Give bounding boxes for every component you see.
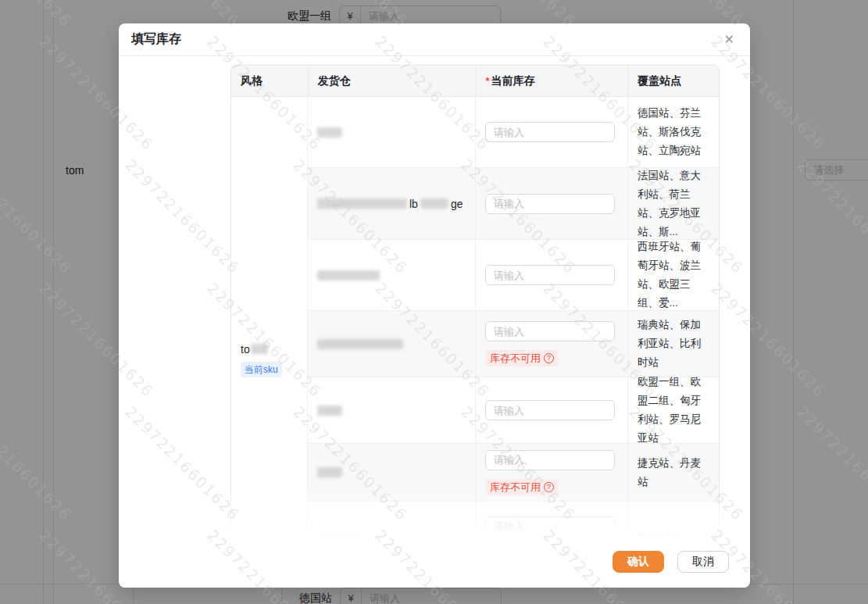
stock-unavailable-badge: 库存不可用? — [485, 479, 559, 495]
column-header-label: 覆盖站点 — [638, 74, 681, 88]
current-stock-cell — [476, 97, 628, 167]
current-stock-cell: 库存不可用? — [476, 311, 628, 377]
help-question-icon[interactable]: ? — [544, 353, 554, 363]
confirm-button[interactable]: 确认 — [613, 551, 664, 573]
table-row: 德国站、芬兰站、斯洛伐克站、立陶宛站 — [308, 97, 719, 168]
modal-body: 风格 发货仓 * 当前库存 覆盖站点 to — [119, 56, 750, 588]
stock-quantity-input[interactable] — [485, 400, 615, 420]
warehouse-cell: lbge — [308, 168, 476, 239]
stock-quantity-input[interactable] — [485, 194, 615, 214]
redacted-warehouse-name — [317, 406, 342, 416]
covered-sites-cell: 欧盟一组、欧盟二组、匈牙利站、罗马尼亚站 — [628, 377, 719, 443]
stock-quantity-input[interactable] — [485, 265, 615, 285]
column-header-warehouse: 发货仓 — [309, 66, 477, 96]
current-stock-cell: 库存不可用? — [476, 444, 628, 501]
current-stock-cell — [476, 377, 628, 443]
redacted-warehouse-name — [317, 339, 403, 349]
covered-sites-cell: 瑞典站、保加利亚站、比利时站 — [628, 311, 719, 377]
covered-sites-text: 法国站、意大利站、荷兰站、克罗地亚站、斯... — [638, 166, 709, 241]
covered-sites-text: 欧盟一组、欧盟二组、匈牙利站、罗马尼亚站 — [638, 373, 709, 448]
table-row: 库存不可用?瑞典站、保加利亚站、比利时站 — [308, 311, 719, 377]
warehouse-cell — [308, 444, 476, 501]
covered-sites-cell: 法国站、意大利站、荷兰站、克罗地亚站、斯... — [628, 168, 719, 239]
current-sku-badge: 当前sku — [241, 362, 282, 377]
covered-sites-cell: 德国站、芬兰站、斯洛伐克站、立陶宛站 — [628, 97, 719, 167]
stock-quantity-input[interactable] — [485, 516, 615, 537]
column-header-style: 风格 — [231, 66, 309, 96]
cancel-button[interactable]: 取消 — [677, 551, 729, 573]
covered-sites-cell: 西班牙站、葡萄牙站、波兰站、欧盟三组、爱... — [628, 240, 719, 310]
redacted-warehouse-name — [317, 270, 380, 281]
covered-sites-cell: 捷克站、丹麦站 — [628, 444, 719, 501]
current-stock-cell — [476, 168, 628, 239]
table-row: 库存不可用?捷克站、丹麦站 — [308, 444, 719, 502]
redacted-warehouse-name — [420, 198, 448, 209]
warehouse-cell — [308, 240, 476, 310]
stock-unavailable-label: 库存不可用 — [490, 481, 541, 494]
stock-quantity-input[interactable] — [485, 321, 615, 341]
style-name: to — [241, 343, 268, 356]
warehouse-name-fragment: ge — [451, 198, 463, 210]
stock-quantity-input[interactable] — [485, 450, 615, 470]
help-question-icon[interactable]: ? — [544, 482, 554, 492]
inventory-table: 风格 发货仓 * 当前库存 覆盖站点 to — [230, 65, 720, 577]
column-header-covered-sites: 覆盖站点 — [628, 66, 719, 96]
warehouse-rows: 德国站、芬兰站、斯洛伐克站、立陶宛站lbge法国站、意大利站、荷兰站、克罗地亚站… — [308, 97, 719, 576]
modal-header: 填写库存 ✕ — [119, 23, 750, 56]
current-stock-cell — [476, 240, 628, 310]
style-cell: to 当前sku — [231, 97, 308, 576]
stock-quantity-input[interactable] — [485, 122, 615, 142]
redacted-warehouse-name — [317, 127, 342, 138]
column-header-label: 当前库存 — [491, 74, 535, 88]
column-header-current-stock: * 当前库存 — [477, 66, 629, 96]
warehouse-cell — [308, 97, 476, 167]
fill-inventory-modal: 填写库存 ✕ 风格 发货仓 * 当前库存 覆盖站点 — [119, 23, 750, 588]
table-row: 西班牙站、葡萄牙站、波兰站、欧盟三组、爱... — [308, 240, 719, 311]
column-header-label: 风格 — [241, 74, 263, 88]
table-row: 欧盟一组、欧盟二组、匈牙利站、罗马尼亚站 — [308, 377, 719, 444]
modal-title: 填写库存 — [131, 31, 181, 48]
close-icon[interactable]: ✕ — [724, 34, 734, 46]
covered-sites-text: 瑞典站、保加利亚站、比利时站 — [638, 316, 709, 372]
table-header-row: 风格 发货仓 * 当前库存 覆盖站点 — [231, 66, 719, 97]
covered-sites-text: 捷克站、丹麦站 — [638, 454, 709, 491]
table-body: to 当前sku 德国站、芬兰站、斯洛伐克站、立陶宛站lbge法国站、意大利站、… — [231, 97, 719, 576]
required-asterisk: * — [486, 75, 490, 87]
warehouse-cell — [308, 377, 476, 443]
column-header-label: 发货仓 — [318, 74, 351, 88]
redacted-text — [251, 344, 268, 354]
redacted-warehouse-name — [317, 467, 342, 477]
stock-unavailable-label: 库存不可用 — [490, 352, 541, 365]
stock-unavailable-badge: 库存不可用? — [485, 350, 559, 366]
style-name-text: to — [241, 343, 250, 356]
table-row: lbge法国站、意大利站、荷兰站、克罗地亚站、斯... — [308, 168, 719, 240]
covered-sites-text: 德国站、芬兰站、斯洛伐克站、立陶宛站 — [638, 104, 709, 160]
covered-sites-text: 西班牙站、葡萄牙站、波兰站、欧盟三组、爱... — [638, 238, 709, 313]
modal-footer: 确认 取消 — [119, 543, 750, 588]
redacted-warehouse-name — [317, 198, 407, 209]
warehouse-cell — [308, 311, 476, 377]
warehouse-name-fragment: lb — [409, 198, 418, 210]
